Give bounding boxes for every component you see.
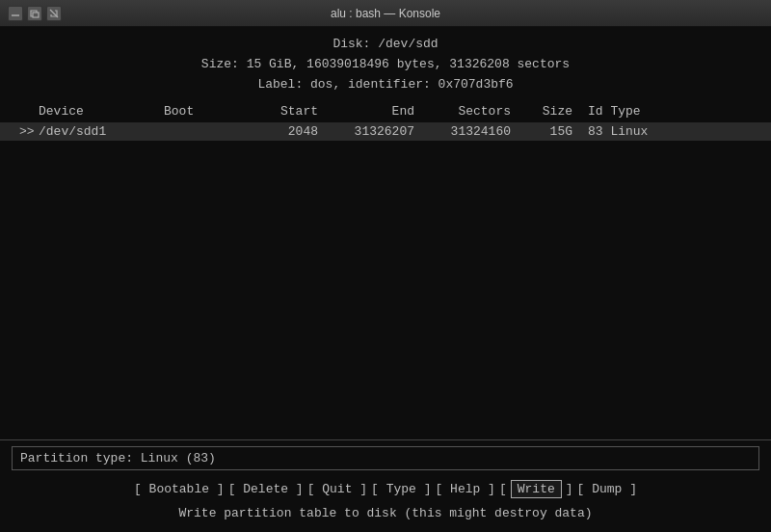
partition-table: Device Boot Start End Sectors Size Id Ty… (0, 102, 771, 141)
disk-header: Disk: /dev/sdd (0, 35, 771, 55)
minimize-button[interactable] (8, 6, 23, 21)
menu-dump[interactable]: [ Dump ] (577, 482, 637, 496)
title-bar: alu : bash — Konsole (0, 0, 771, 27)
terminal-body: Disk: /dev/sdd Size: 15 GiB, 16039018496… (0, 27, 771, 532)
table-row[interactable]: >> /dev/sdd1 2048 31326207 31324160 15G … (0, 122, 771, 141)
window-title: alu : bash — Konsole (331, 7, 440, 20)
row-indicator: >> (19, 124, 39, 139)
disk-info: Disk: /dev/sdd Size: 15 GiB, 16039018496… (0, 35, 771, 94)
col-header-start: Start (241, 104, 337, 119)
table-header-row: Device Boot Start End Sectors Size Id Ty… (0, 102, 771, 120)
partition-type-bar: Partition type: Linux (83) (12, 446, 759, 470)
menu-help[interactable]: [ Help ] (436, 482, 495, 496)
row-start: 2048 (241, 124, 337, 139)
row-end: 31326207 (337, 124, 434, 139)
menu-write[interactable]: Write (511, 480, 562, 498)
col-header-end: End (337, 104, 434, 119)
menu-quit[interactable]: [ Quit ] (307, 482, 367, 496)
row-device: /dev/sdd1 (39, 124, 164, 139)
col-header-idtype: Id Type (588, 104, 704, 119)
row-boot (164, 124, 241, 139)
col-header-sectors: Sectors (434, 104, 530, 119)
menu-type[interactable]: [ Type ] (371, 482, 431, 496)
menu-bar: [ Bootable ] [ Delete ] [ Quit ] [ Type … (0, 476, 771, 502)
menu-bracket-close: ] (566, 482, 573, 496)
col-header-boot: Boot (164, 104, 241, 119)
status-line: Write partition table to disk (this migh… (0, 502, 771, 524)
disk-size-line: Size: 15 GiB, 16039018496 bytes, 3132620… (0, 55, 771, 75)
svg-rect-1 (33, 13, 39, 17)
menu-bracket-open: [ (499, 482, 507, 496)
bottom-section: Partition type: Linux (83) [ Bootable ] … (0, 439, 771, 524)
disk-label-line: Label: dos, identifier: 0x707d3bf6 (0, 75, 771, 95)
col-header-size: Size (530, 104, 588, 119)
maximize-button[interactable] (46, 6, 62, 21)
restore-button[interactable] (27, 6, 42, 21)
menu-bootable[interactable]: [ Bootable ] (134, 482, 225, 496)
row-sectors: 31324160 (434, 124, 530, 139)
window-controls[interactable] (8, 6, 62, 21)
row-size: 15G (530, 124, 588, 139)
menu-delete[interactable]: [ Delete ] (228, 482, 304, 496)
col-header-device: Device (39, 104, 164, 119)
row-idtype: 83 Linux (588, 124, 704, 139)
header-spacer (19, 104, 39, 119)
